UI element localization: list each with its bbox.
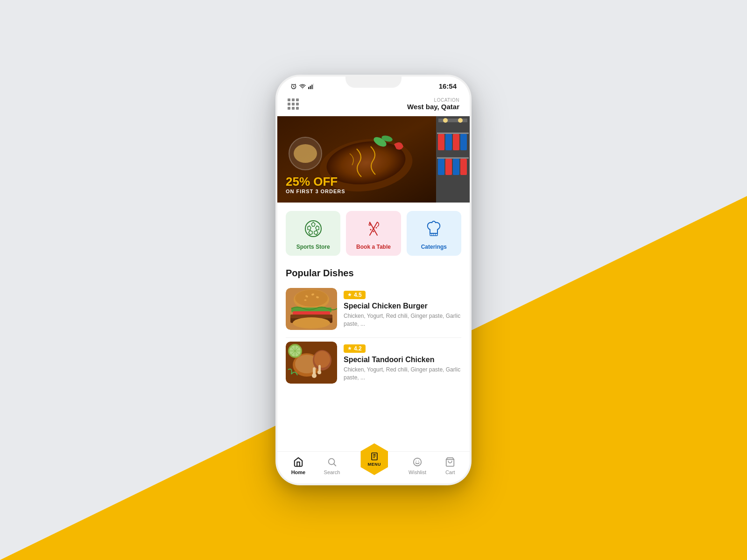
svg-point-50 [295, 290, 328, 307]
scroll-content: 25% OFF ON FIRST 3 ORDERS [277, 116, 470, 451]
category-sports-store[interactable]: Sports Store [286, 211, 340, 256]
nav-wishlist-label: Wishlist [409, 469, 426, 475]
svg-point-76 [329, 459, 335, 465]
fork-knife-icon [364, 219, 383, 238]
svg-rect-28 [460, 159, 467, 175]
book-table-icon [363, 218, 384, 239]
dish-card-2[interactable]: ★ 4.2 Special Tandoori Chicken Chicken, … [277, 338, 470, 391]
svg-point-65 [312, 373, 317, 378]
banner-main: 25% OFF ON FIRST 3 ORDERS [277, 116, 436, 203]
categories-row: Sports Store [277, 203, 470, 264]
caterings-icon [423, 218, 444, 239]
svg-point-67 [314, 351, 330, 368]
star-icon: ★ [347, 292, 352, 298]
header: LOCATION West bay, Qatar [277, 94, 470, 116]
dish-1-info: ★ 4.5 Special Chicken Burger Chicken, Yo… [344, 290, 461, 328]
svg-rect-26 [445, 159, 452, 175]
svg-rect-5 [311, 84, 312, 89]
svg-rect-27 [453, 159, 459, 175]
banner-side-store [436, 116, 470, 203]
svg-rect-25 [438, 159, 444, 175]
svg-point-82 [414, 458, 422, 466]
svg-marker-31 [308, 226, 311, 230]
caterings-label: Caterings [421, 244, 447, 250]
menu-icon [370, 452, 379, 461]
cart-icon [444, 456, 456, 468]
dish-2-rating: 4.2 [354, 345, 362, 352]
location-block: LOCATION West bay, Qatar [407, 98, 459, 111]
dish-2-image [286, 342, 337, 384]
sports-store-label: Sports Store [296, 244, 330, 250]
svg-point-59 [293, 317, 330, 329]
category-caterings[interactable]: Caterings [407, 211, 461, 256]
status-time: 16:54 [439, 82, 457, 90]
dish-1-ingredients: Chicken, Yogurt, Red chili, Ginger paste… [344, 312, 461, 328]
svg-rect-24 [437, 157, 469, 159]
svg-point-41 [373, 228, 374, 230]
nav-menu-fab-container: MENU [359, 456, 390, 475]
banner-discount: 25% OFF [286, 175, 345, 189]
banner-side-svg [436, 116, 470, 203]
status-icons-left [290, 83, 314, 90]
wishlist-icon [412, 456, 423, 468]
svg-marker-30 [311, 222, 315, 226]
phone-notch [345, 75, 402, 88]
svg-point-42 [375, 227, 377, 229]
alarm-icon [290, 83, 297, 90]
home-icon [293, 456, 304, 468]
svg-point-10 [294, 144, 317, 163]
svg-rect-22 [453, 134, 459, 150]
nav-cart[interactable]: Cart [444, 456, 456, 475]
soccer-ball-icon [304, 219, 323, 238]
banner-sub: ON FIRST 3 ORDERS [286, 189, 345, 194]
dish-2-rating-badge: ★ 4.2 [344, 344, 366, 353]
grid-menu-icon[interactable] [288, 98, 299, 110]
book-table-label: Book a Table [356, 244, 391, 250]
burger-svg [286, 288, 337, 330]
sports-store-icon [303, 218, 324, 239]
nav-wishlist[interactable]: Wishlist [409, 456, 426, 475]
svg-rect-23 [460, 134, 467, 150]
wifi-icon [299, 83, 306, 90]
nav-home-label: Home [291, 469, 306, 475]
signal-icon [308, 83, 314, 90]
dish-card-1[interactable]: ★ 4.5 Special Chicken Burger Chicken, Yo… [277, 284, 470, 337]
svg-rect-3 [308, 87, 309, 89]
star-icon-2: ★ [347, 345, 352, 351]
dish-2-info: ★ 4.2 Special Tandoori Chicken Chicken, … [344, 343, 461, 381]
svg-line-1 [291, 84, 292, 84]
svg-marker-32 [309, 231, 312, 235]
promo-banner[interactable]: 25% OFF ON FIRST 3 ORDERS [277, 116, 470, 203]
dish-1-name: Special Chicken Burger [344, 302, 461, 310]
svg-rect-6 [313, 84, 314, 89]
nav-home[interactable]: Home [291, 456, 306, 475]
dish-2-name: Special Tandoori Chicken [344, 356, 461, 364]
search-icon [326, 456, 338, 468]
phone-frame: 16:54 LOCATION West bay, Qatar [275, 75, 472, 485]
nav-search-label: Search [324, 469, 340, 475]
nav-search[interactable]: Search [324, 456, 340, 475]
menu-fab-label: MENU [367, 462, 381, 467]
svg-rect-56 [293, 311, 330, 315]
svg-point-40 [370, 229, 371, 231]
svg-rect-20 [438, 134, 444, 150]
svg-rect-4 [310, 85, 311, 89]
dish-1-rating-badge: ★ 4.5 [344, 291, 366, 299]
svg-point-43 [373, 231, 374, 232]
chef-hat-icon [424, 219, 443, 238]
svg-line-77 [334, 464, 336, 466]
tandoori-svg [286, 342, 337, 384]
bottom-nav: Home Search [277, 451, 470, 483]
location-label: LOCATION [407, 98, 459, 103]
svg-point-54 [304, 300, 307, 301]
svg-point-17 [443, 118, 448, 123]
svg-point-18 [458, 118, 463, 123]
svg-line-2 [295, 84, 296, 84]
svg-rect-19 [437, 133, 469, 134]
dish-2-ingredients: Chicken, Yogurt, Red chili, Ginger paste… [344, 366, 461, 382]
nav-cart-label: Cart [445, 469, 455, 475]
category-book-table[interactable]: Book a Table [346, 211, 401, 256]
svg-marker-33 [314, 231, 318, 235]
location-name: West bay, Qatar [407, 103, 459, 111]
svg-rect-21 [445, 134, 452, 150]
